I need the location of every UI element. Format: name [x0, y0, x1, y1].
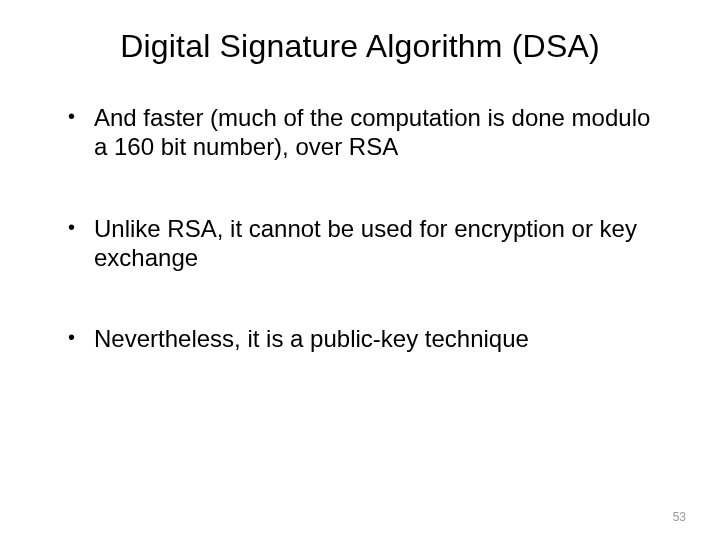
- bullet-item: And faster (much of the computation is d…: [68, 103, 670, 162]
- slide-title: Digital Signature Algorithm (DSA): [50, 28, 670, 65]
- slide: Digital Signature Algorithm (DSA) And fa…: [0, 0, 720, 540]
- bullet-item: Nevertheless, it is a public-key techniq…: [68, 324, 670, 353]
- page-number: 53: [673, 510, 686, 524]
- bullet-item: Unlike RSA, it cannot be used for encryp…: [68, 214, 670, 273]
- bullet-list: And faster (much of the computation is d…: [50, 103, 670, 353]
